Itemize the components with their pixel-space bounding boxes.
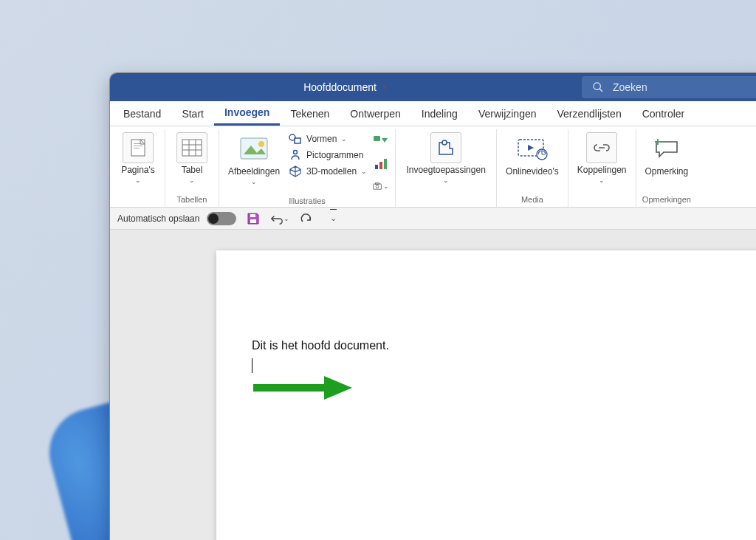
redo-button[interactable] [297, 211, 316, 227]
group-links: Koppelingen ⌄ [568, 129, 636, 207]
pictogram-icon [289, 148, 302, 162]
group-label-comments: Opmerkingen [642, 193, 692, 207]
chevron-down-icon: ⌄ [284, 215, 289, 222]
tab-invoegen[interactable]: Invoegen [214, 101, 280, 126]
group-label-tables: Tabellen [171, 193, 213, 207]
svg-point-22 [376, 185, 379, 188]
search-box[interactable]: Zoeken [582, 76, 756, 98]
pages-button[interactable]: Pagina's ⌄ [117, 131, 159, 193]
undo-icon [270, 213, 284, 225]
link-icon [586, 132, 617, 163]
comment-button[interactable]: Opmerking [642, 131, 692, 193]
document-workspace[interactable]: Dit is het hoofd document. [110, 230, 756, 540]
addins-button[interactable]: Invoegtoepassingen ⌄ [402, 131, 490, 193]
online-video-button[interactable]: Onlinevideo's [503, 131, 562, 193]
table-button[interactable]: Tabel ⌄ [171, 131, 213, 193]
tab-indeling[interactable]: Indeling [411, 101, 468, 126]
addins-icon [430, 132, 461, 163]
comment-icon [650, 132, 683, 165]
titlebar: Hoofddocument ▼ Zoeken [110, 73, 756, 101]
svg-point-0 [594, 83, 600, 89]
images-button[interactable]: Afbeeldingen ⌄ [225, 131, 283, 194]
icons-button[interactable]: Pictogrammen [289, 148, 367, 162]
svg-rect-18 [375, 165, 378, 169]
document-page[interactable]: Dit is het hoofd document. [216, 250, 756, 540]
screenshot-button[interactable]: + ⌄ [373, 178, 389, 194]
table-label: Tabel [182, 165, 203, 175]
video-label: Onlinevideo's [506, 166, 559, 177]
chevron-down-icon: ⌄ [330, 213, 337, 223]
svg-rect-17 [374, 136, 380, 141]
group-label-media: Media [503, 193, 562, 207]
3d-models-button[interactable]: 3D-modellen ⌄ [289, 165, 367, 178]
shapes-icon [289, 132, 302, 146]
redo-icon [300, 213, 313, 225]
tab-start[interactable]: Start [171, 101, 214, 126]
svg-rect-11 [241, 138, 267, 159]
svg-text:+: + [380, 187, 382, 191]
chevron-down-icon: ⌄ [251, 178, 257, 185]
qat-customize-button[interactable]: ⌄ [323, 211, 343, 227]
chevron-down-icon: ⌄ [599, 177, 605, 184]
svg-rect-4 [134, 146, 142, 146]
save-button[interactable] [244, 211, 263, 227]
addins-label: Invoegtoepassingen [406, 165, 485, 175]
picture-icon [238, 132, 270, 165]
chevron-down-icon: ⌄ [383, 182, 389, 190]
quick-access-toolbar: Automatisch opslaan ⌄ ⌄ [110, 208, 756, 230]
chevron-down-icon: ⌄ [361, 168, 367, 175]
document-title: Hoofddocument [303, 81, 377, 93]
comment-label: Opmerking [645, 166, 689, 177]
svg-marker-27 [528, 145, 534, 151]
group-comments: Opmerking Opmerkingen [636, 129, 698, 207]
document-body-text: Dit is het hoofd document. [252, 339, 742, 352]
tab-controleren[interactable]: Controler [632, 101, 695, 126]
chevron-down-icon: ⌄ [341, 135, 347, 143]
tab-tekenen[interactable]: Tekenen [280, 101, 340, 126]
video-icon [516, 132, 549, 165]
text-cursor [252, 358, 252, 373]
links-label: Koppelingen [577, 165, 627, 175]
chart-button[interactable] [373, 156, 389, 172]
group-addins: Invoegtoepassingen ⌄ [396, 129, 497, 207]
svg-rect-6 [182, 140, 202, 156]
undo-button[interactable]: ⌄ [270, 211, 289, 227]
cube-icon [289, 165, 302, 178]
chevron-down-icon: ⌄ [189, 177, 195, 184]
svg-point-25 [442, 140, 447, 145]
svg-point-16 [294, 151, 298, 154]
pages-label: Pagina's [121, 165, 155, 175]
document-title-dropdown[interactable]: Hoofddocument ▼ [110, 73, 582, 101]
tab-verzendlijsten[interactable]: Verzendlijsten [547, 101, 632, 126]
smartart-icon [373, 135, 389, 148]
smartart-button[interactable] [373, 134, 389, 150]
links-button[interactable]: Koppelingen ⌄ [574, 131, 630, 193]
word-window: Hoofddocument ▼ Zoeken Bestand Start Inv… [109, 72, 756, 540]
svg-rect-19 [379, 162, 382, 169]
ribbon: Pagina's ⌄ Tabel ⌄ Tabellen [110, 126, 756, 208]
svg-line-1 [599, 89, 602, 92]
svg-rect-20 [384, 159, 387, 169]
group-pages: Pagina's ⌄ [111, 129, 165, 207]
group-illustrations: Afbeeldingen ⌄ Vormen ⌄ [219, 129, 396, 207]
svg-rect-34 [250, 214, 255, 217]
chart-icon [374, 157, 388, 171]
svg-rect-33 [250, 219, 256, 223]
svg-point-13 [258, 141, 264, 147]
chevron-down-icon: ⌄ [443, 177, 449, 184]
autosave-toggle[interactable] [207, 212, 236, 225]
screenshot-icon: + [373, 180, 382, 192]
search-placeholder: Zoeken [613, 81, 647, 93]
save-icon [247, 212, 260, 225]
tab-ontwerpen[interactable]: Ontwerpen [340, 101, 410, 126]
search-icon [592, 81, 604, 93]
group-label-illustrations: Illustraties [225, 194, 389, 208]
page-icon [123, 132, 154, 163]
tab-verwijzingen[interactable]: Verwijzingen [468, 101, 547, 126]
chevron-down-icon: ⌄ [135, 177, 141, 184]
shapes-button[interactable]: Vormen ⌄ [289, 132, 367, 146]
images-label: Afbeeldingen [228, 166, 280, 177]
group-tables: Tabel ⌄ Tabellen [165, 129, 219, 207]
chevron-down-icon: ▼ [381, 83, 388, 92]
tab-bestand[interactable]: Bestand [113, 101, 171, 126]
